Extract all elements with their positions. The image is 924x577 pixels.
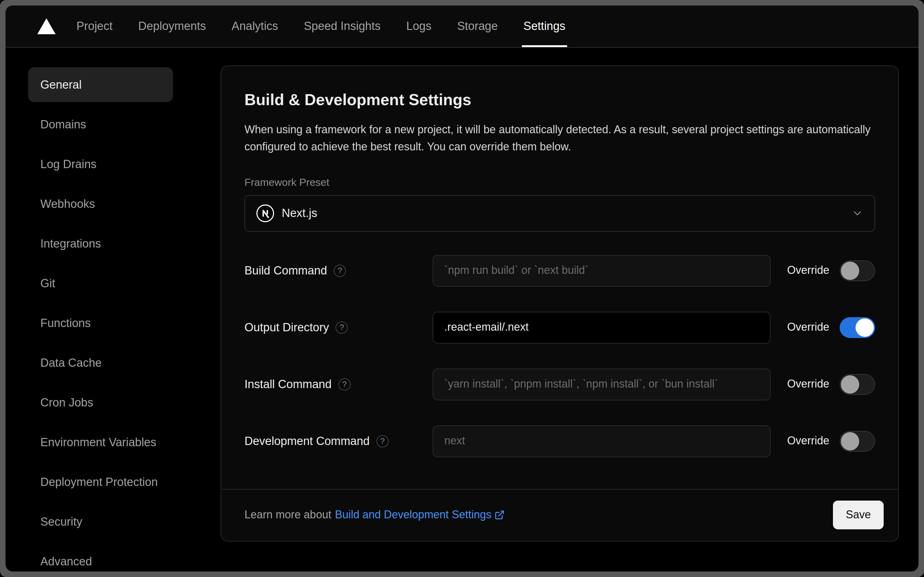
help-icon[interactable]: ? (336, 321, 348, 334)
override-label: Override (787, 435, 829, 448)
chevron-down-icon (851, 207, 863, 219)
toggle-knob (841, 432, 859, 450)
sidebar-item-git[interactable]: Git (28, 266, 173, 301)
override-label: Override (787, 378, 829, 391)
nav-tab-label: Storage (457, 19, 498, 33)
framework-preset-value: Next.js (282, 206, 317, 220)
learn-more-prefix: Learn more about (245, 509, 331, 522)
sidebar-item-label: Git (40, 277, 55, 290)
sidebar-item-domains[interactable]: Domains (28, 107, 173, 142)
sidebar-item-label: Domains (40, 118, 86, 131)
setting-label: Install Command (245, 378, 332, 391)
nav-tab-project[interactable]: Project (76, 5, 113, 47)
override-toggle[interactable] (840, 431, 875, 452)
override-toggle[interactable] (840, 374, 875, 395)
external-link-icon (495, 510, 505, 521)
nav-tab-speed-insights[interactable]: Speed Insights (303, 5, 381, 47)
sidebar-item-label: Advanced (40, 555, 92, 568)
sidebar-item-label: Functions (40, 316, 91, 330)
nav-tab-label: Deployments (138, 19, 206, 33)
help-icon[interactable]: ? (338, 378, 351, 390)
nav-tab-label: Project (76, 19, 113, 33)
command-rows: Build Command ? Override Output Director… (245, 255, 875, 457)
toggle-knob (841, 262, 859, 280)
settings-sidebar: General Domains Log Drains Webhooks Inte… (5, 48, 215, 572)
nav-tab-analytics[interactable]: Analytics (231, 5, 278, 47)
sidebar-item-label: Environment Variables (40, 435, 156, 449)
nav-tab-settings[interactable]: Settings (523, 5, 566, 47)
sidebar-item-label: Security (40, 515, 82, 529)
nav-tab-label: Analytics (232, 19, 278, 33)
nextjs-logo-icon (256, 204, 274, 222)
sidebar-item-security[interactable]: Security (28, 504, 173, 539)
app-window: Project Deployments Analytics Speed Insi… (5, 5, 919, 572)
save-button[interactable]: Save (833, 501, 884, 530)
sidebar-item-label: Integrations (40, 237, 101, 250)
nav-tab-logs[interactable]: Logs (406, 5, 432, 47)
nav-tab-label: Settings (523, 19, 565, 33)
setting-input[interactable] (433, 369, 771, 400)
setting-row-build-command: Build Command ? Override (245, 255, 875, 287)
toggle-knob (841, 375, 859, 393)
setting-input[interactable] (433, 425, 771, 457)
help-icon[interactable]: ? (377, 435, 389, 447)
setting-label: Development Command (245, 435, 370, 448)
sidebar-item-general[interactable]: General (28, 67, 173, 102)
override-toggle[interactable] (840, 317, 875, 338)
override-group: Override (787, 374, 875, 395)
override-label: Override (787, 321, 829, 334)
setting-input[interactable] (433, 255, 771, 287)
setting-input[interactable] (433, 312, 771, 343)
sidebar-item-label: General (40, 78, 82, 91)
top-navigation: Project Deployments Analytics Speed Insi… (5, 5, 919, 48)
override-group: Override (787, 317, 875, 338)
nav-tab-deployments[interactable]: Deployments (137, 5, 206, 47)
override-label: Override (787, 264, 829, 277)
setting-label: Build Command (245, 264, 327, 277)
card-body: Build & Development Settings When using … (221, 66, 898, 489)
sidebar-item-data-cache[interactable]: Data Cache (28, 345, 173, 380)
learn-more-text: Learn more about Build and Development S… (245, 509, 505, 522)
main-area: Build & Development Settings When using … (215, 48, 919, 542)
setting-label-group: Install Command ? (245, 378, 433, 391)
help-icon[interactable]: ? (334, 265, 346, 277)
nav-tabs: Project Deployments Analytics Speed Insi… (76, 5, 566, 47)
sidebar-item-label: Data Cache (40, 356, 102, 369)
sidebar-item-webhooks[interactable]: Webhooks (28, 187, 173, 221)
setting-label-group: Development Command ? (245, 435, 433, 448)
content-area: General Domains Log Drains Webhooks Inte… (5, 48, 919, 572)
setting-row-install-command: Install Command ? Override (245, 369, 875, 400)
nav-tab-label: Speed Insights (304, 19, 380, 33)
framework-preset-select[interactable]: Next.js (245, 195, 875, 232)
setting-label-group: Build Command ? (245, 264, 433, 277)
sidebar-item-advanced[interactable]: Advanced (28, 544, 173, 572)
setting-row-output-directory: Output Directory ? Override (245, 312, 875, 343)
toggle-knob (856, 318, 874, 337)
sidebar-item-log-drains[interactable]: Log Drains (28, 147, 173, 182)
screenshot-stage: Project Deployments Analytics Speed Insi… (0, 0, 924, 577)
setting-row-development-command: Development Command ? Override (245, 425, 875, 457)
override-group: Override (787, 260, 875, 281)
sidebar-item-label: Webhooks (40, 197, 95, 211)
sidebar-item-integrations[interactable]: Integrations (28, 226, 173, 261)
sidebar-item-environment-variables[interactable]: Environment Variables (28, 425, 173, 459)
sidebar-item-deployment-protection[interactable]: Deployment Protection (28, 464, 173, 500)
vercel-triangle-icon (37, 18, 56, 34)
build-dev-settings-card: Build & Development Settings When using … (221, 65, 899, 542)
page-title: Build & Development Settings (245, 90, 875, 110)
sidebar-item-label: Deployment Protection (40, 475, 158, 489)
sidebar-item-label: Cron Jobs (40, 396, 93, 409)
link-label: Build and Development Settings (335, 509, 491, 522)
build-dev-settings-link[interactable]: Build and Development Settings (335, 509, 505, 522)
override-group: Override (787, 431, 875, 452)
setting-label: Output Directory (245, 321, 329, 334)
sidebar-item-functions[interactable]: Functions (28, 306, 173, 340)
vercel-logo[interactable] (37, 18, 56, 34)
nav-tab-storage[interactable]: Storage (457, 5, 498, 47)
sidebar-item-cron-jobs[interactable]: Cron Jobs (28, 385, 173, 420)
nav-tab-label: Logs (406, 19, 431, 33)
page-description: When using a framework for a new project… (245, 122, 875, 156)
sidebar-item-label: Log Drains (40, 157, 97, 171)
override-toggle[interactable] (840, 260, 875, 281)
setting-label-group: Output Directory ? (245, 321, 433, 334)
